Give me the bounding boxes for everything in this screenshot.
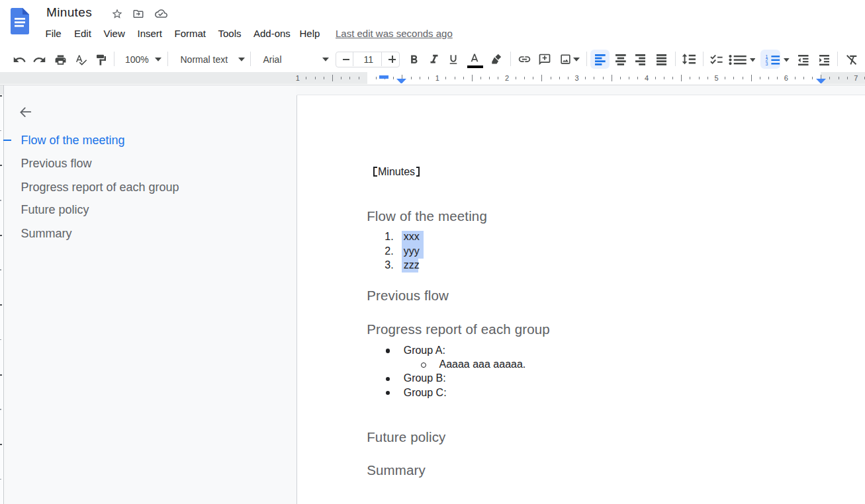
- svg-text:3: 3: [765, 62, 768, 65]
